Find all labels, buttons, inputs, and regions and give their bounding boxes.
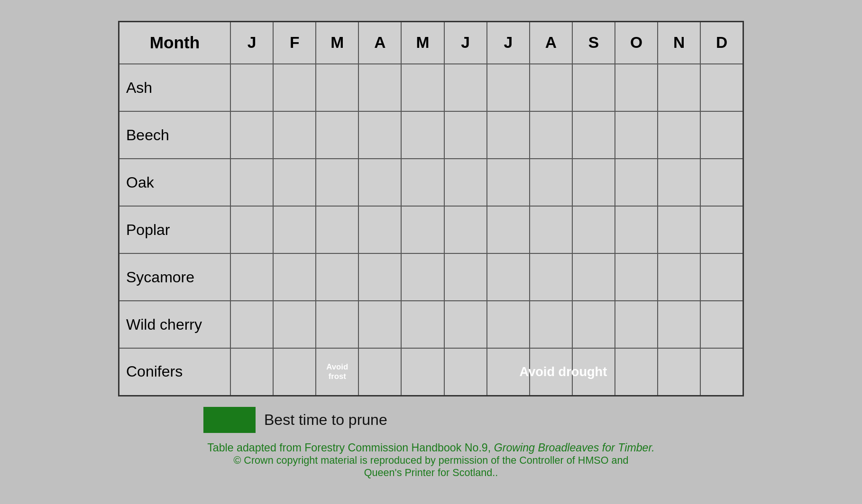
oak-dec	[700, 159, 743, 206]
ash-aug	[530, 64, 572, 111]
syc-dec	[700, 253, 743, 301]
poplar-mar	[316, 206, 358, 253]
poplar-jan	[230, 206, 273, 253]
con-mar: Avoid frost	[316, 348, 358, 396]
beech-jul	[487, 111, 530, 159]
oak-jan	[230, 159, 273, 206]
col-jan: J	[230, 21, 273, 64]
tree-wild-cherry: Wild cherry	[119, 301, 231, 348]
col-aug: A	[530, 21, 572, 64]
poplar-may	[401, 206, 444, 253]
row-conifers: Conifers Avoid frost Avoid drought	[119, 348, 743, 396]
row-oak: Oak	[119, 159, 743, 206]
col-dec: D	[700, 21, 743, 64]
poplar-oct	[615, 206, 658, 253]
wc-oct	[615, 301, 658, 348]
poplar-nov	[658, 206, 700, 253]
row-ash: Ash	[119, 64, 743, 111]
tree-oak: Oak	[119, 159, 231, 206]
syc-may	[401, 253, 444, 301]
poplar-dec	[700, 206, 743, 253]
poplar-aug	[530, 206, 572, 253]
month-header: Month	[119, 21, 231, 64]
col-mar: M	[316, 21, 358, 64]
syc-jul	[487, 253, 530, 301]
col-may: M	[401, 21, 444, 64]
wc-feb	[273, 301, 316, 348]
col-oct: O	[615, 21, 658, 64]
syc-aug	[530, 253, 572, 301]
col-apr: A	[358, 21, 401, 64]
con-jan	[230, 348, 273, 396]
syc-oct	[615, 253, 658, 301]
con-feb	[273, 348, 316, 396]
poplar-feb	[273, 206, 316, 253]
tree-conifers: Conifers	[119, 348, 231, 396]
row-beech: Beech	[119, 111, 743, 159]
beech-dec	[700, 111, 743, 159]
legend: Best time to prune	[203, 407, 744, 433]
oak-may	[401, 159, 444, 206]
footer-line1-italic: Growing Broadleaves for Timber.	[494, 441, 655, 454]
poplar-sep	[572, 206, 615, 253]
oak-nov	[658, 159, 700, 206]
col-feb: F	[273, 21, 316, 64]
oak-jul	[487, 159, 530, 206]
beech-may	[401, 111, 444, 159]
beech-apr	[358, 111, 401, 159]
avoid-drought-label: Avoid drought	[490, 364, 636, 379]
ash-may	[401, 64, 444, 111]
poplar-apr	[358, 206, 401, 253]
oak-sep	[572, 159, 615, 206]
syc-feb	[273, 253, 316, 301]
wc-may	[401, 301, 444, 348]
col-jul: J	[487, 21, 530, 64]
ash-jul	[487, 64, 530, 111]
ash-jan	[230, 64, 273, 111]
wc-sep	[572, 301, 615, 348]
col-nov: N	[658, 21, 700, 64]
ash-feb	[273, 64, 316, 111]
ash-mar	[316, 64, 358, 111]
tree-ash: Ash	[119, 64, 231, 111]
wc-jan	[230, 301, 273, 348]
footer-line2: © Crown copyright material is reproduced…	[118, 454, 744, 467]
syc-mar	[316, 253, 358, 301]
syc-apr	[358, 253, 401, 301]
row-sycamore: Sycamore	[119, 253, 743, 301]
ash-oct	[615, 64, 658, 111]
tree-poplar: Poplar	[119, 206, 231, 253]
prune-table: Month J F M A M J J A S O N D Ash	[118, 21, 744, 396]
beech-jan	[230, 111, 273, 159]
oak-mar	[316, 159, 358, 206]
beech-feb	[273, 111, 316, 159]
legend-label: Best time to prune	[264, 411, 387, 429]
oak-aug	[530, 159, 572, 206]
oak-feb	[273, 159, 316, 206]
con-apr	[358, 348, 401, 396]
syc-nov	[658, 253, 700, 301]
wc-apr	[358, 301, 401, 348]
poplar-jun	[444, 206, 487, 253]
wc-aug	[530, 301, 572, 348]
footer: Table adapted from Forestry Commission H…	[118, 441, 744, 479]
beech-mar	[316, 111, 358, 159]
beech-sep	[572, 111, 615, 159]
con-may	[401, 348, 444, 396]
avoid-frost-label: Avoid frost	[319, 362, 356, 381]
oak-jun	[444, 159, 487, 206]
col-sep: S	[572, 21, 615, 64]
beech-aug	[530, 111, 572, 159]
beech-nov	[658, 111, 700, 159]
con-oct: Avoid drought	[615, 348, 658, 396]
row-wild-cherry: Wild cherry	[119, 301, 743, 348]
footer-line1-text: Table adapted from Forestry Commission H…	[207, 441, 494, 454]
con-nov	[658, 348, 700, 396]
col-jun: J	[444, 21, 487, 64]
footer-line3: Queen's Printer for Scotland..	[118, 467, 744, 479]
beech-oct	[615, 111, 658, 159]
wc-jul	[487, 301, 530, 348]
syc-sep	[572, 253, 615, 301]
ash-jun	[444, 64, 487, 111]
syc-jun	[444, 253, 487, 301]
